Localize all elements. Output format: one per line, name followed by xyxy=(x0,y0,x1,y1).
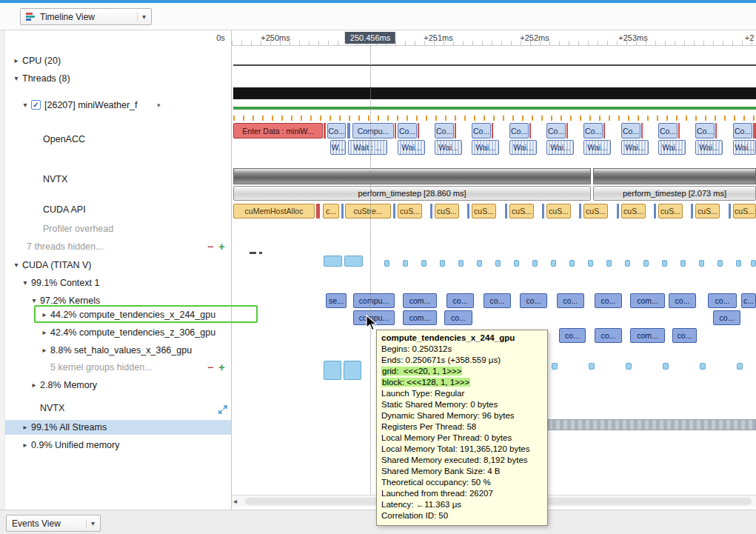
cuda-api-block[interactable] xyxy=(316,204,320,218)
openacc-wait-block[interactable]: Wai... xyxy=(733,140,756,155)
cuda-api-block[interactable]: cuS... xyxy=(509,204,534,218)
openacc-launch-block[interactable]: Co... xyxy=(435,123,454,138)
memory-group-block[interactable] xyxy=(552,363,558,370)
process-menu-caret-icon[interactable]: ▾ xyxy=(157,98,161,113)
nvtx-range-block[interactable]: perform_timestep [28.860 ms] xyxy=(233,186,591,201)
cuda-api-block[interactable] xyxy=(505,204,507,218)
device-memory-block[interactable] xyxy=(514,260,519,267)
openacc-launch-block[interactable] xyxy=(603,123,605,138)
cuda-api-block[interactable] xyxy=(393,204,395,218)
device-memory-block[interactable] xyxy=(699,260,704,267)
cuda-api-block[interactable] xyxy=(617,204,619,218)
cuda-api-block[interactable]: c... xyxy=(323,204,339,218)
openacc-wait-block[interactable]: Wai... xyxy=(658,140,686,155)
kernels-all-block[interactable]: co... xyxy=(669,293,696,308)
expand-arrow-icon[interactable]: ▸ xyxy=(40,343,49,358)
cuda-api-block[interactable] xyxy=(691,204,693,218)
kernels-all-block[interactable]: co... xyxy=(595,293,622,308)
memory-group-block[interactable] xyxy=(324,361,341,380)
kernels-all-block[interactable]: compu... xyxy=(353,293,395,308)
openacc-wait-block[interactable]: Wai... xyxy=(435,140,462,155)
device-memory-block[interactable] xyxy=(532,260,538,267)
device-memory-block[interactable] xyxy=(736,260,741,267)
device-memory-block[interactable] xyxy=(606,260,612,267)
kernel-z-block[interactable]: co... xyxy=(559,328,586,343)
device-memory-block[interactable] xyxy=(569,260,575,267)
openacc-launch-block[interactable]: Co... xyxy=(546,123,566,138)
cuda-api-block[interactable] xyxy=(341,204,344,218)
openacc-launch-block[interactable] xyxy=(455,123,456,138)
sidebar-row-profiler-overhead[interactable]: Profiler overhead xyxy=(0,221,231,236)
sidebar-row-nvtx-thread[interactable]: NVTX xyxy=(0,172,231,187)
sidebar-row-memory[interactable]: ▸2.8% Memory xyxy=(0,378,231,393)
sidebar-row-all-streams[interactable]: ▸99.1% All Streams xyxy=(0,420,231,435)
openacc-launch-block[interactable] xyxy=(678,123,680,138)
nvtx-upper-block[interactable] xyxy=(233,168,591,184)
sidebar-row-threads-hidden[interactable]: 7 threads hidden...−+ xyxy=(0,239,231,254)
events-view-dropdown[interactable]: Events View ▾ xyxy=(6,515,101,532)
cuda-api-block[interactable]: cuStre... xyxy=(345,204,391,218)
cuda-api-block[interactable] xyxy=(467,204,469,218)
openacc-wait-block[interactable]: Wai... xyxy=(583,140,611,155)
device-memory-block[interactable] xyxy=(588,260,593,267)
collapse-arrow-icon[interactable]: ▾ xyxy=(21,276,30,290)
kernels-all-block[interactable]: co... xyxy=(557,293,584,308)
sidebar-row-process[interactable]: ▾✓[26207] miniWeather_f▾ xyxy=(0,98,231,113)
openacc-launch-block[interactable]: Co... xyxy=(583,123,603,138)
openacc-launch-block[interactable]: Co... xyxy=(509,123,529,138)
openacc-launch-block[interactable] xyxy=(418,123,419,138)
device-memory-block[interactable] xyxy=(324,256,342,267)
kernel-x-block[interactable]: com... xyxy=(403,310,437,325)
openacc-wait-block[interactable]: Wai... xyxy=(621,140,649,155)
openacc-launch-block[interactable] xyxy=(641,123,643,138)
kernels-all-block[interactable]: com... xyxy=(630,293,665,308)
nvtx-upper-block[interactable] xyxy=(593,168,756,184)
expand-arrow-icon[interactable]: ▸ xyxy=(12,53,21,68)
memory-group-block[interactable] xyxy=(663,363,669,370)
openacc-launch-block[interactable] xyxy=(347,123,350,138)
cuda-api-block[interactable]: cuS... xyxy=(398,204,422,218)
device-memory-block[interactable] xyxy=(680,260,686,267)
pane-splitter[interactable] xyxy=(231,30,232,510)
openacc-launch-block[interactable]: Co... xyxy=(327,123,346,138)
device-memory-block[interactable] xyxy=(751,260,756,267)
show-fewer-icon[interactable]: − xyxy=(207,360,213,375)
memory-group-block[interactable] xyxy=(344,361,361,380)
openacc-launch-block[interactable]: Enter Data : miniW... xyxy=(233,123,323,138)
expand-arrow-icon[interactable]: ▸ xyxy=(40,325,49,340)
sidebar-row-context1[interactable]: ▾99.1% Context 1 xyxy=(0,276,231,290)
openacc-wait-block[interactable]: Wai... xyxy=(398,140,425,155)
show-fewer-icon[interactable]: − xyxy=(207,239,213,254)
openacc-launch-block[interactable] xyxy=(753,123,756,138)
openacc-wait-block[interactable]: Wai... xyxy=(695,140,723,155)
device-memory-block[interactable] xyxy=(643,260,649,267)
timeline-ruler[interactable] xyxy=(232,30,756,46)
openacc-launch-block[interactable]: Co... xyxy=(658,123,678,138)
openacc-wait-block[interactable]: Wai... xyxy=(546,140,574,155)
device-memory-block[interactable] xyxy=(421,260,426,267)
device-memory-block[interactable] xyxy=(384,260,389,267)
sidebar-row-cuda-api[interactable]: CUDA API xyxy=(0,202,231,217)
device-memory-block[interactable] xyxy=(477,260,482,267)
all-streams-block[interactable] xyxy=(548,419,756,430)
device-memory-block[interactable] xyxy=(662,260,667,267)
openacc-launch-block[interactable] xyxy=(529,123,531,138)
sidebar-row-kernel-z[interactable]: ▸42.4% compute_tendencies_z_306_gpu xyxy=(0,325,231,340)
sidebar-row-openacc[interactable]: OpenACC xyxy=(0,132,231,147)
openacc-launch-block[interactable] xyxy=(566,123,568,138)
device-memory-block[interactable] xyxy=(458,260,464,267)
show-more-icon[interactable]: + xyxy=(218,239,225,254)
cuda-api-block[interactable]: cuS... xyxy=(733,204,756,218)
expand-arrow-icon[interactable]: ▸ xyxy=(21,420,30,435)
cuda-api-block[interactable]: cuS... xyxy=(546,204,571,218)
kernel-z-block[interactable]: co... xyxy=(595,328,622,343)
cuda-api-block[interactable] xyxy=(579,204,581,218)
kernels-all-block[interactable]: se... xyxy=(326,293,347,308)
cuda-api-block[interactable]: cuS... xyxy=(472,204,496,218)
sidebar-row-cpu[interactable]: ▸CPU (20) xyxy=(0,53,231,68)
openacc-launch-block[interactable]: Co... xyxy=(472,123,491,138)
cuda-api-block[interactable]: cuS... xyxy=(695,204,720,218)
expand-row-icon[interactable] xyxy=(218,404,227,418)
kernels-all-block[interactable]: c... xyxy=(741,293,756,308)
show-more-icon[interactable]: + xyxy=(218,360,225,375)
